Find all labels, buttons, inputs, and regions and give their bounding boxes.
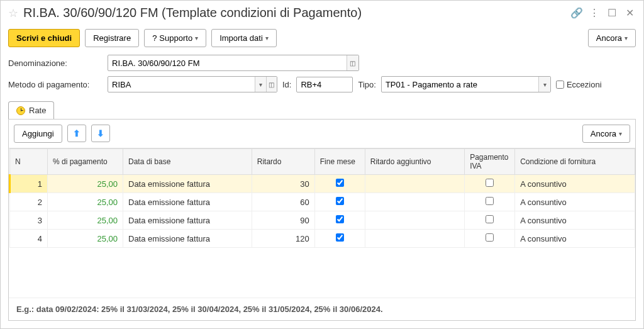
vat-checkbox[interactable] — [486, 197, 494, 205]
col-pct[interactable]: % di pagamento — [48, 149, 123, 175]
cell-n[interactable]: 1 — [10, 175, 48, 193]
payment-method-label: Metodo di pagamento: — [8, 80, 103, 89]
cell-pct[interactable]: 25,00 — [48, 193, 123, 211]
move-down-button[interactable]: ⬇ — [91, 125, 110, 142]
exceptions-label: Eccezioni — [567, 80, 602, 89]
link-icon[interactable]: 🔗 — [570, 7, 583, 20]
favorite-star-icon[interactable]: ☆ — [8, 6, 18, 20]
tab-rate-label: Rate — [29, 106, 46, 115]
table-row[interactable]: 225,00Data emissione fattura60A consunti… — [10, 193, 635, 211]
eom-checkbox[interactable] — [336, 215, 344, 223]
cell-eom[interactable] — [314, 211, 365, 230]
tab-rate[interactable]: Rate — [8, 101, 54, 119]
example-footer: E.g.: data 09/02/2024: 25% il 31/03/2024… — [9, 298, 635, 320]
cell-n[interactable]: 4 — [10, 230, 48, 248]
main-toolbar: Scrivi e chiudi Registrare ? Supporto ▾ … — [1, 25, 643, 51]
register-button[interactable]: Registrare — [85, 29, 139, 47]
col-eom[interactable]: Fine mese — [314, 149, 365, 175]
denomination-field[interactable]: ◫ — [108, 55, 359, 71]
cell-extra-delay[interactable] — [365, 230, 464, 248]
chevron-down-icon[interactable]: ▾ — [538, 77, 550, 92]
eom-checkbox[interactable] — [336, 197, 344, 205]
cell-vat[interactable] — [465, 230, 515, 248]
cell-supply[interactable]: A consuntivo — [515, 230, 635, 248]
cell-base[interactable]: Data emissione fattura — [123, 193, 252, 211]
col-vat[interactable]: Pagamento IVA — [465, 149, 515, 175]
col-supply[interactable]: Condizione di fornitura — [515, 149, 635, 175]
cell-vat[interactable] — [465, 175, 515, 193]
cell-pct[interactable]: 25,00 — [48, 211, 123, 230]
type-field[interactable]: ▾ — [381, 76, 551, 92]
question-icon: ? — [152, 33, 157, 43]
cell-delay[interactable]: 120 — [252, 230, 314, 248]
id-field[interactable] — [296, 77, 353, 92]
cell-supply[interactable]: A consuntivo — [515, 211, 635, 230]
cell-supply[interactable]: A consuntivo — [515, 175, 635, 193]
chevron-down-icon: ▾ — [625, 35, 628, 42]
cell-pct[interactable]: 25,00 — [48, 230, 123, 248]
chevron-down-icon: ▾ — [195, 35, 198, 42]
move-up-button[interactable]: ⬆ — [67, 125, 86, 142]
more-button[interactable]: Ancora ▾ — [588, 29, 636, 47]
table-row[interactable]: 425,00Data emissione fattura120A consunt… — [10, 230, 635, 248]
exceptions-checkbox[interactable] — [556, 81, 564, 89]
exceptions-checkbox-wrap[interactable]: Eccezioni — [556, 80, 602, 89]
cell-eom[interactable] — [314, 193, 365, 211]
cell-pct[interactable]: 25,00 — [48, 175, 123, 193]
vat-checkbox[interactable] — [486, 215, 494, 223]
cell-extra-delay[interactable] — [365, 175, 464, 193]
table-wrap: N % di pagamento Data di base Ritardo Fi… — [9, 148, 635, 298]
cell-base[interactable]: Data emissione fattura — [123, 230, 252, 248]
col-delay[interactable]: Ritardo — [252, 149, 314, 175]
cell-n[interactable]: 3 — [10, 211, 48, 230]
clock-icon — [16, 106, 25, 115]
type-input[interactable] — [382, 77, 538, 92]
id-input[interactable] — [297, 77, 352, 92]
cell-vat[interactable] — [465, 193, 515, 211]
vat-checkbox[interactable] — [486, 233, 494, 242]
cell-base[interactable]: Data emissione fattura — [123, 211, 252, 230]
support-button[interactable]: ? Supporto ▾ — [144, 29, 206, 47]
payment-method-field[interactable]: ▾ ◫ — [108, 76, 277, 92]
open-icon[interactable]: ◫ — [266, 77, 277, 92]
cell-extra-delay[interactable] — [365, 193, 464, 211]
cell-base[interactable]: Data emissione fattura — [123, 175, 252, 193]
cell-eom[interactable] — [314, 230, 365, 248]
denomination-input[interactable] — [108, 56, 347, 70]
chevron-down-icon: ▾ — [265, 35, 269, 42]
cell-n[interactable]: 2 — [10, 193, 48, 211]
denomination-label: Denominazione: — [8, 59, 103, 68]
rates-table: N % di pagamento Data di base Ritardo Fi… — [9, 148, 635, 248]
cell-supply[interactable]: A consuntivo — [515, 193, 635, 211]
save-close-button[interactable]: Scrivi e chiudi — [8, 29, 80, 47]
type-label: Tipo: — [358, 80, 375, 89]
cell-vat[interactable] — [465, 211, 515, 230]
tab-content: Aggiungi ⬆ ⬇ Ancora ▾ N % di pagamento D… — [8, 119, 636, 321]
cell-delay[interactable]: 30 — [252, 175, 314, 193]
col-n[interactable]: N — [10, 149, 48, 175]
table-row[interactable]: 125,00Data emissione fattura30A consunti… — [10, 175, 635, 193]
tab-toolbar: Aggiungi ⬆ ⬇ Ancora ▾ — [9, 120, 635, 148]
cell-delay[interactable]: 60 — [252, 193, 314, 211]
id-label: Id: — [282, 80, 291, 89]
col-base[interactable]: Data di base — [123, 149, 252, 175]
more-menu-icon[interactable]: ⋮ — [588, 7, 601, 20]
maximize-icon[interactable]: ☐ — [606, 7, 618, 20]
vat-checkbox[interactable] — [486, 179, 494, 187]
open-icon[interactable]: ◫ — [347, 55, 358, 70]
cell-extra-delay[interactable] — [365, 211, 464, 230]
import-button[interactable]: Importa dati ▾ — [211, 29, 277, 47]
cell-delay[interactable]: 90 — [252, 211, 314, 230]
close-icon[interactable]: ✕ — [623, 7, 636, 20]
table-row[interactable]: 325,00Data emissione fattura90A consunti… — [10, 211, 635, 230]
chevron-down-icon[interactable]: ▾ — [255, 77, 265, 92]
cell-eom[interactable] — [314, 175, 365, 193]
payment-method-input[interactable] — [108, 77, 255, 92]
tab-more-button[interactable]: Ancora ▾ — [582, 125, 630, 143]
eom-checkbox[interactable] — [336, 179, 344, 187]
col-extra-delay[interactable]: Ritardo aggiuntivo — [365, 149, 464, 175]
eom-checkbox[interactable] — [336, 233, 344, 242]
window: ☆ RI.BA. 30/60/90/120 FM (Template condi… — [0, 0, 644, 329]
tabs: Rate — [1, 101, 643, 119]
add-button[interactable]: Aggiungi — [14, 125, 62, 143]
